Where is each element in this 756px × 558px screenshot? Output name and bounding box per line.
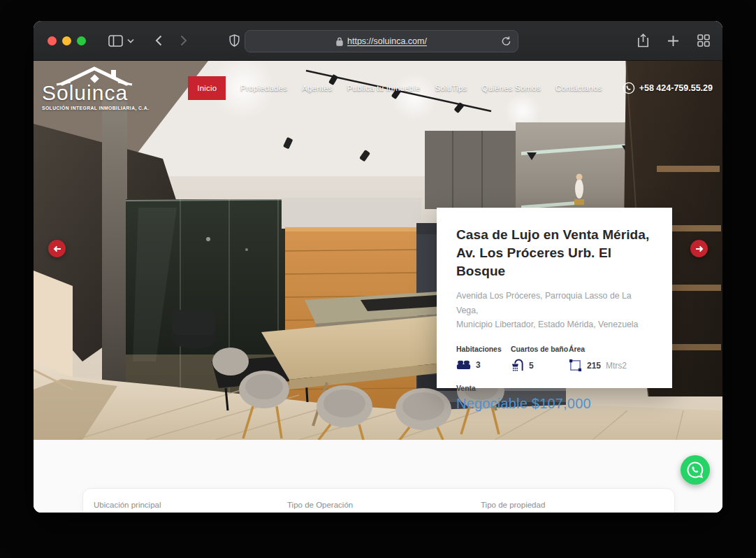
browser-toolbar: https://soluinca.com/ [34,21,722,61]
address-bar[interactable]: https://soluinca.com/ [245,30,518,52]
new-tab-icon[interactable] [667,35,679,47]
phone-number: +58 424-759.55.29 [639,83,713,93]
ubicacion-principal-input[interactable] [94,511,275,513]
display-shelves [425,122,636,209]
figurine [575,179,583,199]
property-search-card: Ubicación principal Tipo de Operación Ti… [82,488,675,513]
nav-item-publica-tu-inmueble[interactable]: Publica tu Inmueble [347,84,421,92]
operation-label: Venta [456,385,653,392]
tipo-de-operacion-input[interactable] [287,511,469,513]
share-icon[interactable] [637,34,649,48]
site-header: Soluinca SOLUCIÓN INTEGRAL INMOBILIARIA,… [34,61,722,115]
area-icon [569,359,582,372]
nav-item-contactanos[interactable]: Contáctanos [555,84,602,92]
window-controls [48,36,86,45]
header-phone[interactable]: +58 424-759.55.29 [623,82,713,94]
forward-button-icon[interactable] [180,35,187,46]
feature-bedrooms: Habitaciones 3 [456,345,511,372]
arrow-left-icon [53,245,61,252]
nav-item-inicio[interactable]: Inicio [188,76,226,100]
whatsapp-fab-icon [686,461,704,479]
reload-icon[interactable] [501,36,511,47]
address-line-1: Avenida Los Próceres, Parroquia Lasso de… [456,291,632,315]
field-tipo-de-propiedad: Tipo de propiedad [481,501,674,513]
figurine-base [574,199,584,205]
logo-tagline: SOLUCIÓN INTEGRAL INMOBILIARIA, C.A. [42,106,147,110]
carousel-prev-button[interactable] [48,240,66,257]
site-logo[interactable]: Soluinca SOLUCIÓN INTEGRAL INMOBILIARIA,… [42,66,147,110]
shower-icon [511,359,524,372]
feature-bathrooms: Cuartos de baño 5 [511,345,569,372]
nav-item-agentes[interactable]: Agentes [302,84,333,92]
tipo-de-propiedad-input[interactable] [481,511,662,513]
nav-item-propiedades[interactable]: Propiedades [240,84,287,92]
hero-section: Soluinca SOLUCIÓN INTEGRAL INMOBILIARIA,… [34,61,722,440]
logo-name: Soluinca [42,83,147,103]
structural-column [102,96,127,396]
main-nav: Inicio Propiedades Agentes Publica tu In… [188,76,713,100]
sidebar-chevron-down-icon[interactable] [127,38,134,43]
listing-card[interactable]: Casa de Lujo en Venta Mérida, Av. Los Pr… [437,208,672,388]
field-tipo-de-operacion: Tipo de Operación [287,501,481,513]
sidebar-toggle-icon[interactable] [108,35,123,47]
carousel-next-button[interactable] [690,240,708,257]
browser-window: https://soluinca.com/ [34,21,722,513]
tab-overview-icon[interactable] [697,34,710,47]
url-text: https://soluinca.com/ [347,36,427,46]
nav-item-solutips[interactable]: SoluTips [435,84,467,92]
back-button-icon[interactable] [155,35,162,46]
arrow-right-icon [695,245,704,252]
nav-item-quienes-somos[interactable]: Quiénes Somos [481,84,540,92]
minimize-window-button[interactable] [62,36,71,45]
listing-price: Negociable $107,000 [456,396,653,412]
zoom-window-button[interactable] [77,36,86,45]
whatsapp-icon [623,82,635,94]
lock-icon [336,37,343,46]
webpage: Soluinca SOLUCIÓN INTEGRAL INMOBILIARIA,… [34,61,722,513]
privacy-shield-icon[interactable] [229,34,240,47]
whatsapp-fab[interactable] [681,455,710,485]
listing-title: Casa de Lujo en Venta Mérida, Av. Los Pr… [456,226,653,281]
bed-icon [456,359,471,371]
listing-address: Avenida Los Próceres, Parroquia Lasso de… [456,289,653,333]
content-below-hero: Ubicación principal Tipo de Operación Ti… [34,440,722,513]
field-ubicacion-principal: Ubicación principal [94,501,287,513]
listing-features: Habitaciones 3 Cuartos de baño [456,345,653,372]
address-line-2: Municipio Libertador, Estado Mérida, Ven… [456,320,638,329]
close-window-button[interactable] [48,36,57,45]
feature-area: Área 215 Mtrs2 [569,345,627,372]
